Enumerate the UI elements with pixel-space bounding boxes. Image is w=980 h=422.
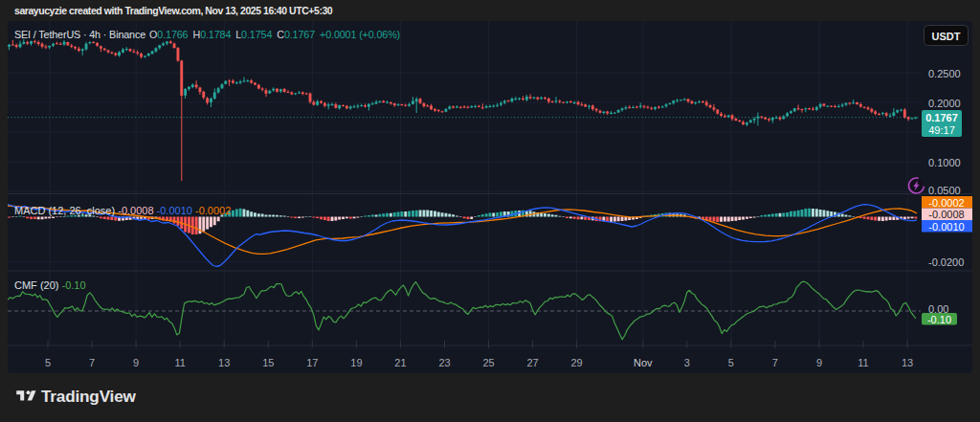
- svg-text:11: 11: [858, 357, 868, 368]
- svg-text:USDT: USDT: [932, 31, 961, 42]
- svg-text:-0.0002: -0.0002: [928, 197, 964, 209]
- svg-text:13: 13: [902, 357, 913, 368]
- svg-text:0.1000: 0.1000: [928, 157, 961, 168]
- svg-text:13: 13: [218, 357, 230, 368]
- svg-text:0.0500: 0.0500: [928, 185, 961, 196]
- svg-text:5: 5: [728, 357, 734, 368]
- svg-text:9: 9: [133, 357, 139, 368]
- svg-text:0.2000: 0.2000: [928, 98, 961, 109]
- svg-text:CMF (20) -0.10: CMF (20) -0.10: [14, 279, 86, 291]
- svg-text:49:17: 49:17: [928, 124, 955, 136]
- svg-text:SEI / TetherUS · 4h · BinanceO: SEI / TetherUS · 4h · BinanceO0.1766H0.1…: [14, 29, 400, 40]
- svg-text:Nov: Nov: [634, 357, 653, 368]
- svg-text:0.2500: 0.2500: [928, 68, 961, 79]
- svg-text:15: 15: [262, 357, 274, 368]
- svg-text:-0.0200: -0.0200: [928, 256, 964, 268]
- svg-text:29: 29: [570, 357, 582, 368]
- svg-text:17: 17: [306, 357, 318, 368]
- svg-text:-0.0008: -0.0008: [928, 209, 964, 220]
- svg-text:7: 7: [89, 357, 95, 368]
- svg-text:23: 23: [438, 357, 450, 368]
- svg-text:27: 27: [526, 357, 538, 368]
- svg-text:MACD (12, 26, close) -0.0008 -: MACD (12, 26, close) -0.0008 -0.0010 -0.…: [14, 205, 231, 216]
- svg-text:7: 7: [772, 357, 778, 368]
- svg-text:21: 21: [394, 357, 406, 368]
- svg-text:19: 19: [350, 357, 362, 368]
- svg-text:25: 25: [482, 357, 494, 368]
- svg-text:3: 3: [684, 357, 690, 368]
- svg-text:-0.10: -0.10: [927, 314, 951, 325]
- svg-text:0.1767: 0.1767: [925, 112, 958, 123]
- svg-text:-0.0010: -0.0010: [928, 221, 964, 233]
- svg-text:5: 5: [45, 357, 51, 368]
- svg-text:11: 11: [174, 357, 185, 368]
- svg-text:9: 9: [816, 357, 822, 368]
